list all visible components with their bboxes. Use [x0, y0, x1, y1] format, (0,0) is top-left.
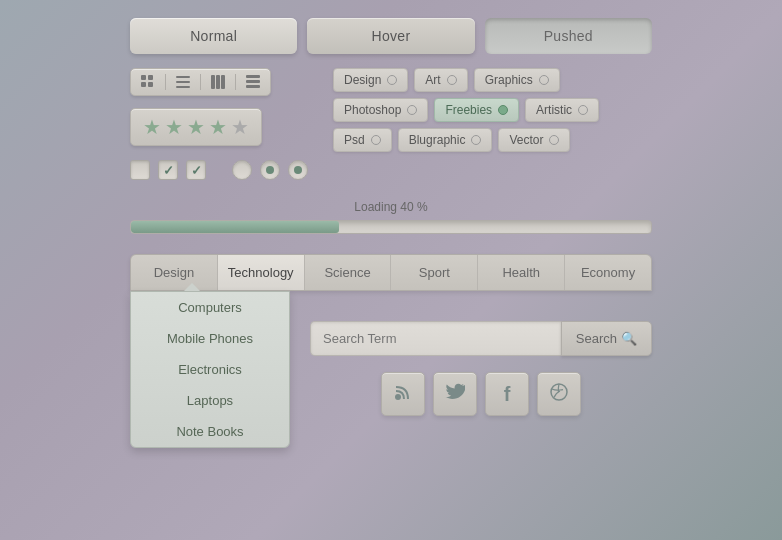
view-icons-group	[130, 68, 271, 96]
search-icon: 🔍	[621, 331, 637, 346]
tags-row-3: Psd Blugraphic Vector	[333, 128, 599, 152]
search-label: Search	[576, 331, 617, 346]
checkbox-1[interactable]	[130, 160, 150, 180]
dropdown-wrapper: Computers Mobile Phones Electronics Lapt…	[130, 291, 652, 448]
tabs-section: Design Technology Science Sport Health E…	[130, 254, 652, 448]
svg-rect-3	[148, 82, 153, 87]
facebook-button[interactable]: f	[485, 372, 529, 416]
dropdown-item-laptops[interactable]: Laptops	[131, 385, 289, 416]
svg-rect-4	[176, 76, 190, 78]
tags-row-1: Design Art Graphics	[333, 68, 599, 92]
dropdown-menu: Computers Mobile Phones Electronics Lapt…	[130, 291, 290, 448]
star-2[interactable]: ★	[165, 115, 183, 139]
svg-rect-10	[246, 75, 260, 78]
svg-point-13	[395, 394, 401, 400]
star-rating[interactable]: ★ ★ ★ ★ ★	[130, 108, 262, 146]
twitter-icon	[445, 383, 465, 405]
svg-rect-5	[176, 81, 190, 83]
radio-selected-indicator	[294, 166, 302, 174]
svg-rect-9	[221, 75, 225, 89]
tag-graphics[interactable]: Graphics	[474, 68, 560, 92]
divider	[235, 74, 236, 90]
search-input[interactable]	[310, 321, 561, 356]
list-view-icon[interactable]	[172, 73, 194, 91]
radio-2[interactable]	[260, 160, 280, 180]
tab-economy[interactable]: Economy	[565, 255, 651, 290]
svg-rect-7	[211, 75, 215, 89]
tab-sport[interactable]: Sport	[391, 255, 478, 290]
svg-rect-11	[246, 80, 260, 83]
checkbox-2[interactable]: ✓	[158, 160, 178, 180]
tab-technology[interactable]: Technology	[218, 255, 305, 290]
social-section: f	[310, 372, 652, 416]
search-section: Search 🔍	[310, 321, 652, 356]
progress-bar-background	[130, 220, 652, 234]
normal-button[interactable]: Normal	[130, 18, 297, 54]
grid-view-icon[interactable]	[137, 73, 159, 91]
tab-design[interactable]: Design	[131, 255, 218, 290]
tag-freebies[interactable]: Freebies	[434, 98, 519, 122]
star-5[interactable]: ★	[231, 115, 249, 139]
progress-section: Loading 40 %	[130, 200, 652, 234]
radio-3[interactable]	[288, 160, 308, 180]
pushed-button[interactable]: Pushed	[485, 18, 652, 54]
checkboxes-row: ✓ ✓	[130, 160, 652, 180]
tag-design[interactable]: Design	[333, 68, 408, 92]
column-view-icon[interactable]	[207, 73, 229, 91]
svg-rect-12	[246, 85, 260, 88]
checkmark-icon: ✓	[163, 163, 174, 178]
twitter-button[interactable]	[433, 372, 477, 416]
tag-blugraphic[interactable]: Blugraphic	[398, 128, 493, 152]
tag-art[interactable]: Art	[414, 68, 467, 92]
star-4[interactable]: ★	[209, 115, 227, 139]
tabs-bar: Design Technology Science Sport Health E…	[130, 254, 652, 291]
svg-rect-1	[148, 75, 153, 80]
hover-button[interactable]: Hover	[307, 18, 474, 54]
dropdown-item-mobile-phones[interactable]: Mobile Phones	[131, 323, 289, 354]
tab-health[interactable]: Health	[478, 255, 565, 290]
dropdown-item-notebooks[interactable]: Note Books	[131, 416, 289, 447]
tag-vector[interactable]: Vector	[498, 128, 570, 152]
rss-icon	[394, 383, 412, 406]
search-button[interactable]: Search 🔍	[561, 321, 652, 356]
radio-selected-indicator	[266, 166, 274, 174]
svg-rect-2	[141, 82, 146, 87]
tag-photoshop[interactable]: Photoshop	[333, 98, 428, 122]
facebook-icon: f	[504, 383, 511, 406]
radio-1[interactable]	[232, 160, 252, 180]
divider	[165, 74, 166, 90]
dribbble-button[interactable]	[537, 372, 581, 416]
dropdown-item-computers[interactable]: Computers	[131, 292, 289, 323]
tags-row-2: Photoshop Freebies Artistic	[333, 98, 599, 122]
dropdown-item-electronics[interactable]: Electronics	[131, 354, 289, 385]
button-row: Normal Hover Pushed	[130, 18, 652, 54]
svg-rect-8	[216, 75, 220, 89]
star-3[interactable]: ★	[187, 115, 205, 139]
svg-rect-0	[141, 75, 146, 80]
tag-psd[interactable]: Psd	[333, 128, 392, 152]
tab-science[interactable]: Science	[305, 255, 392, 290]
progress-bar-fill	[131, 221, 339, 233]
checkmark-icon: ✓	[191, 163, 202, 178]
dribbble-icon	[549, 382, 569, 407]
star-1[interactable]: ★	[143, 115, 161, 139]
rss-button[interactable]	[381, 372, 425, 416]
tag-artistic[interactable]: Artistic	[525, 98, 599, 122]
svg-rect-6	[176, 86, 190, 88]
dropdown-arrow	[184, 283, 200, 291]
divider	[200, 74, 201, 90]
bar-view-icon[interactable]	[242, 73, 264, 91]
checkbox-3[interactable]: ✓	[186, 160, 206, 180]
progress-label: Loading 40 %	[130, 200, 652, 214]
